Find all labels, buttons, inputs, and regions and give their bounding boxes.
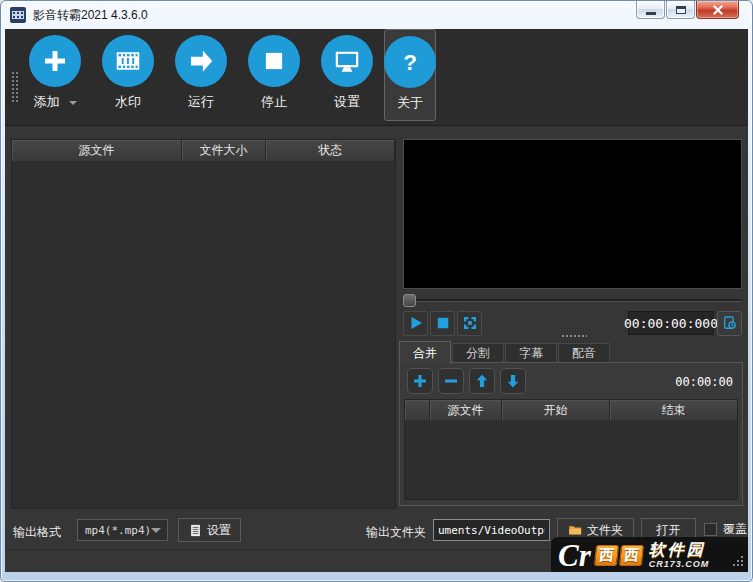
clipboard-clock-icon	[721, 314, 739, 332]
titlebar: 影音转霸2021 4.3.6.0	[1, 1, 752, 29]
play-icon	[407, 314, 425, 332]
merge-total-duration: 00:00:00	[675, 375, 733, 389]
toolbar: 添加 水印	[5, 29, 748, 126]
toolbar-grip[interactable]	[11, 71, 19, 103]
watermark-tile-1: 西	[594, 545, 619, 566]
merge-table-header: 源文件 开始 结束	[405, 400, 737, 420]
source-file-table-body[interactable]	[12, 161, 395, 508]
seek-track	[403, 299, 742, 302]
output-format-label: 输出格式	[13, 524, 61, 541]
merge-table-body[interactable]	[405, 420, 737, 499]
open-folder-label: 打开	[657, 522, 681, 539]
column-header-index[interactable]	[405, 400, 430, 420]
resize-grip[interactable]	[733, 556, 745, 568]
minimize-icon	[646, 12, 656, 15]
fullscreen-icon	[461, 314, 479, 332]
output-format-select[interactable]: mp4(*.mp4)	[77, 519, 168, 541]
stop-button[interactable]: 停止	[248, 35, 300, 111]
settings-button-label: 设置	[334, 93, 360, 111]
about-button[interactable]: ? 关于	[384, 29, 436, 121]
app-icon	[10, 7, 26, 23]
move-down-button[interactable]	[500, 368, 526, 394]
merge-remove-button[interactable]	[438, 368, 464, 394]
merge-table: 源文件 开始 结束	[404, 399, 738, 500]
tab-dubbing[interactable]: 配音	[558, 343, 610, 363]
arrow-up-icon	[473, 372, 491, 390]
document-icon	[188, 523, 203, 538]
watermark-domain: CR173.COM	[649, 559, 710, 569]
source-file-table-header: 源文件 文件大小 状态	[12, 140, 395, 161]
watermark-button[interactable]: 水印	[102, 35, 154, 111]
watermark-logo: Cr 西 西 软件园 CR173.COM	[551, 537, 748, 572]
source-file-table: 源文件 文件大小 状态	[11, 139, 396, 509]
film-icon	[102, 35, 154, 87]
fullscreen-button[interactable]	[457, 311, 482, 336]
stop-playback-button[interactable]	[430, 311, 455, 336]
arrow-down-icon	[504, 372, 522, 390]
overwrite-checkbox[interactable]	[704, 523, 717, 536]
tab-split[interactable]: 分割	[452, 343, 504, 363]
overwrite-label: 覆盖	[723, 521, 747, 538]
merge-add-button[interactable]	[407, 368, 433, 394]
column-header-merge-source[interactable]: 源文件	[430, 400, 502, 420]
stop-icon	[248, 35, 300, 87]
column-header-end[interactable]: 结束	[610, 400, 737, 420]
chevron-down-icon[interactable]	[69, 101, 77, 105]
window-controls	[635, 1, 739, 19]
run-button-label: 运行	[188, 93, 214, 111]
stop-button-label: 停止	[261, 93, 287, 111]
choose-folder-label: 文件夹	[587, 522, 623, 539]
watermark-cr-text: Cr	[558, 540, 591, 571]
select-caret-icon	[151, 528, 161, 533]
format-settings-label: 设置	[207, 522, 231, 539]
stop-small-icon	[434, 314, 452, 332]
close-icon	[712, 4, 724, 16]
output-folder-label: 输出文件夹	[366, 524, 426, 541]
app-body: 添加 水印	[5, 29, 748, 572]
playback-controls: 00:00:00:000	[403, 310, 742, 336]
arrow-right-icon	[175, 35, 227, 87]
question-icon: ?	[384, 36, 436, 88]
column-header-status[interactable]: 状态	[266, 140, 395, 161]
format-settings-button[interactable]: 设置	[178, 518, 241, 542]
close-button[interactable]	[696, 1, 739, 19]
play-button[interactable]	[403, 311, 428, 336]
add-button-label: 添加	[34, 93, 60, 111]
tab-bar: 合并 分割 字幕 配音	[399, 340, 611, 363]
output-format-value: mp4(*.mp4)	[85, 524, 151, 537]
minus-icon	[442, 372, 460, 390]
monitor-icon	[321, 35, 373, 87]
minimize-button[interactable]	[636, 1, 665, 19]
run-button[interactable]: 运行	[175, 35, 227, 111]
column-header-source-file[interactable]: 源文件	[12, 140, 182, 161]
overwrite-option[interactable]: 覆盖	[704, 521, 747, 538]
maximize-icon	[676, 6, 686, 14]
maximize-button[interactable]	[666, 1, 695, 19]
watermark-site-name: 软件园	[649, 542, 710, 559]
plus-icon	[29, 35, 81, 87]
svg-text:?: ?	[403, 50, 417, 75]
output-folder-input[interactable]	[433, 519, 550, 541]
video-preview[interactable]	[403, 139, 742, 289]
window-frame: 影音转霸2021 4.3.6.0 添加	[0, 0, 753, 582]
column-header-file-size[interactable]: 文件大小	[182, 140, 266, 161]
move-up-button[interactable]	[469, 368, 495, 394]
plus-small-icon	[411, 372, 429, 390]
folder-icon	[568, 523, 583, 538]
seek-handle[interactable]	[403, 294, 416, 307]
about-button-label: 关于	[397, 94, 423, 112]
panel-splitter[interactable]	[561, 334, 587, 338]
merge-panel: 00:00:00 源文件 开始 结束	[399, 362, 743, 506]
tab-subtitle[interactable]: 字幕	[505, 343, 557, 363]
capture-time-button[interactable]	[717, 311, 742, 336]
add-button[interactable]: 添加	[29, 35, 81, 111]
seek-bar[interactable]	[403, 294, 742, 307]
tab-merge[interactable]: 合并	[399, 341, 451, 364]
settings-button[interactable]: 设置	[321, 35, 373, 111]
column-header-start[interactable]: 开始	[502, 400, 610, 420]
watermark-tile-2: 西	[619, 545, 644, 566]
playback-time-display: 00:00:00:000	[628, 311, 714, 335]
watermark-button-label: 水印	[115, 93, 141, 111]
window-title: 影音转霸2021 4.3.6.0	[33, 1, 148, 29]
